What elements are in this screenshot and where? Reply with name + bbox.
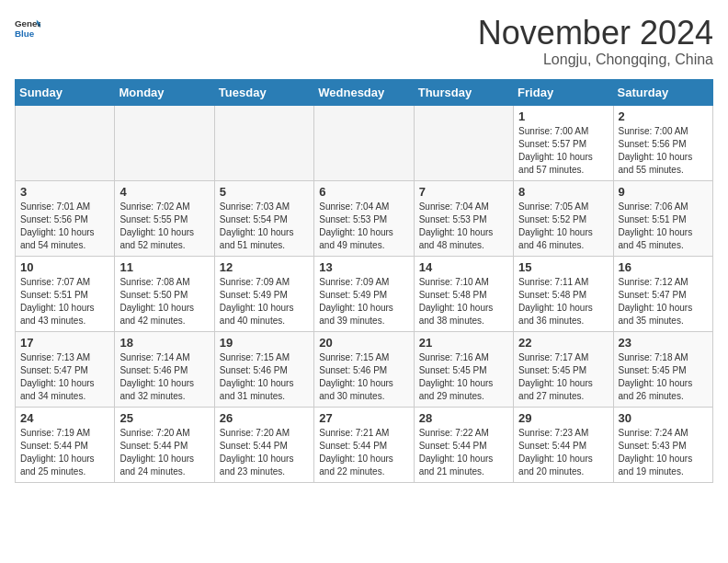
calendar-cell: 25Sunrise: 7:20 AM Sunset: 5:44 PM Dayli… bbox=[115, 407, 214, 482]
calendar-cell: 19Sunrise: 7:15 AM Sunset: 5:46 PM Dayli… bbox=[214, 331, 313, 407]
day-info: Sunrise: 7:09 AM Sunset: 5:49 PM Dayligh… bbox=[220, 276, 309, 327]
day-number: 13 bbox=[319, 260, 408, 274]
day-number: 24 bbox=[20, 411, 109, 425]
calendar-cell: 3Sunrise: 7:01 AM Sunset: 5:56 PM Daylig… bbox=[16, 180, 115, 256]
svg-text:Blue: Blue bbox=[15, 29, 35, 39]
day-info: Sunrise: 7:07 AM Sunset: 5:51 PM Dayligh… bbox=[20, 276, 109, 327]
day-info: Sunrise: 7:16 AM Sunset: 5:45 PM Dayligh… bbox=[419, 351, 508, 403]
calendar-cell bbox=[214, 105, 313, 180]
day-number: 3 bbox=[20, 185, 109, 199]
calendar-cell: 17Sunrise: 7:13 AM Sunset: 5:47 PM Dayli… bbox=[16, 331, 115, 407]
day-number: 23 bbox=[619, 336, 708, 350]
week-row-1: 1Sunrise: 7:00 AM Sunset: 5:57 PM Daylig… bbox=[16, 105, 713, 180]
week-row-2: 3Sunrise: 7:01 AM Sunset: 5:56 PM Daylig… bbox=[16, 180, 713, 256]
weekday-header-thursday: Thursday bbox=[414, 79, 513, 105]
calendar-cell: 9Sunrise: 7:06 AM Sunset: 5:51 PM Daylig… bbox=[613, 180, 712, 256]
calendar-cell: 1Sunrise: 7:00 AM Sunset: 5:57 PM Daylig… bbox=[514, 105, 613, 180]
calendar-cell: 20Sunrise: 7:15 AM Sunset: 5:46 PM Dayli… bbox=[314, 331, 414, 407]
day-number: 2 bbox=[619, 109, 708, 123]
calendar-cell: 30Sunrise: 7:24 AM Sunset: 5:43 PM Dayli… bbox=[613, 407, 712, 482]
day-info: Sunrise: 7:15 AM Sunset: 5:46 PM Dayligh… bbox=[220, 351, 309, 403]
weekday-header-tuesday: Tuesday bbox=[214, 79, 313, 105]
calendar-cell: 28Sunrise: 7:22 AM Sunset: 5:44 PM Dayli… bbox=[414, 407, 513, 482]
day-number: 17 bbox=[20, 336, 109, 350]
day-number: 4 bbox=[119, 185, 209, 199]
week-row-3: 10Sunrise: 7:07 AM Sunset: 5:51 PM Dayli… bbox=[16, 256, 713, 331]
calendar-cell: 13Sunrise: 7:09 AM Sunset: 5:49 PM Dayli… bbox=[314, 256, 414, 331]
calendar-cell: 8Sunrise: 7:05 AM Sunset: 5:52 PM Daylig… bbox=[514, 180, 613, 256]
day-info: Sunrise: 7:02 AM Sunset: 5:55 PM Dayligh… bbox=[119, 201, 209, 252]
day-info: Sunrise: 7:20 AM Sunset: 5:44 PM Dayligh… bbox=[119, 427, 209, 478]
day-number: 14 bbox=[419, 260, 508, 274]
day-info: Sunrise: 7:04 AM Sunset: 5:53 PM Dayligh… bbox=[419, 201, 508, 252]
weekday-header-row: SundayMondayTuesdayWednesdayThursdayFrid… bbox=[16, 79, 713, 105]
week-row-4: 17Sunrise: 7:13 AM Sunset: 5:47 PM Dayli… bbox=[16, 331, 713, 407]
calendar-cell: 12Sunrise: 7:09 AM Sunset: 5:49 PM Dayli… bbox=[214, 256, 313, 331]
day-info: Sunrise: 7:03 AM Sunset: 5:54 PM Dayligh… bbox=[220, 201, 309, 252]
day-number: 1 bbox=[518, 109, 608, 123]
day-number: 19 bbox=[220, 336, 309, 350]
day-number: 7 bbox=[419, 185, 508, 199]
weekday-header-friday: Friday bbox=[514, 79, 613, 105]
day-number: 15 bbox=[518, 260, 608, 274]
day-number: 22 bbox=[518, 336, 608, 350]
day-info: Sunrise: 7:00 AM Sunset: 5:56 PM Dayligh… bbox=[619, 125, 708, 177]
day-info: Sunrise: 7:09 AM Sunset: 5:49 PM Dayligh… bbox=[319, 276, 408, 327]
weekday-header-wednesday: Wednesday bbox=[314, 79, 414, 105]
calendar-cell bbox=[115, 105, 214, 180]
day-number: 18 bbox=[119, 336, 209, 350]
header: General Blue November 2024 Longju, Chong… bbox=[15, 15, 713, 68]
day-info: Sunrise: 7:24 AM Sunset: 5:43 PM Dayligh… bbox=[619, 427, 708, 478]
calendar-cell: 4Sunrise: 7:02 AM Sunset: 5:55 PM Daylig… bbox=[115, 180, 214, 256]
day-info: Sunrise: 7:08 AM Sunset: 5:50 PM Dayligh… bbox=[119, 276, 209, 327]
week-row-5: 24Sunrise: 7:19 AM Sunset: 5:44 PM Dayli… bbox=[16, 407, 713, 482]
day-info: Sunrise: 7:13 AM Sunset: 5:47 PM Dayligh… bbox=[20, 351, 109, 403]
calendar-cell bbox=[16, 105, 115, 180]
day-info: Sunrise: 7:23 AM Sunset: 5:44 PM Dayligh… bbox=[518, 427, 608, 478]
calendar-cell: 15Sunrise: 7:11 AM Sunset: 5:48 PM Dayli… bbox=[514, 256, 613, 331]
logo-icon: General Blue bbox=[15, 15, 40, 40]
day-number: 27 bbox=[319, 411, 408, 425]
weekday-header-sunday: Sunday bbox=[16, 79, 115, 105]
calendar-cell: 26Sunrise: 7:20 AM Sunset: 5:44 PM Dayli… bbox=[214, 407, 313, 482]
day-info: Sunrise: 7:01 AM Sunset: 5:56 PM Dayligh… bbox=[20, 201, 109, 252]
title-area: November 2024 Longju, Chongqing, China bbox=[478, 15, 713, 68]
calendar-table: SundayMondayTuesdayWednesdayThursdayFrid… bbox=[15, 79, 713, 483]
day-number: 9 bbox=[619, 185, 708, 199]
day-number: 12 bbox=[220, 260, 309, 274]
day-info: Sunrise: 7:20 AM Sunset: 5:44 PM Dayligh… bbox=[220, 427, 309, 478]
day-info: Sunrise: 7:22 AM Sunset: 5:44 PM Dayligh… bbox=[419, 427, 508, 478]
day-number: 10 bbox=[20, 260, 109, 274]
day-number: 30 bbox=[619, 411, 708, 425]
day-number: 25 bbox=[119, 411, 209, 425]
calendar-cell bbox=[414, 105, 513, 180]
calendar-cell: 23Sunrise: 7:18 AM Sunset: 5:45 PM Dayli… bbox=[613, 331, 712, 407]
calendar-cell: 14Sunrise: 7:10 AM Sunset: 5:48 PM Dayli… bbox=[414, 256, 513, 331]
calendar-cell: 18Sunrise: 7:14 AM Sunset: 5:46 PM Dayli… bbox=[115, 331, 214, 407]
calendar-cell: 11Sunrise: 7:08 AM Sunset: 5:50 PM Dayli… bbox=[115, 256, 214, 331]
day-info: Sunrise: 7:06 AM Sunset: 5:51 PM Dayligh… bbox=[619, 201, 708, 252]
day-info: Sunrise: 7:19 AM Sunset: 5:44 PM Dayligh… bbox=[20, 427, 109, 478]
day-number: 16 bbox=[619, 260, 708, 274]
day-info: Sunrise: 7:11 AM Sunset: 5:48 PM Dayligh… bbox=[518, 276, 608, 327]
day-info: Sunrise: 7:17 AM Sunset: 5:45 PM Dayligh… bbox=[518, 351, 608, 403]
calendar-cell: 7Sunrise: 7:04 AM Sunset: 5:53 PM Daylig… bbox=[414, 180, 513, 256]
day-number: 11 bbox=[119, 260, 209, 274]
day-number: 5 bbox=[220, 185, 309, 199]
day-info: Sunrise: 7:21 AM Sunset: 5:44 PM Dayligh… bbox=[319, 427, 408, 478]
calendar-cell: 5Sunrise: 7:03 AM Sunset: 5:54 PM Daylig… bbox=[214, 180, 313, 256]
day-info: Sunrise: 7:12 AM Sunset: 5:47 PM Dayligh… bbox=[619, 276, 708, 327]
calendar-cell: 6Sunrise: 7:04 AM Sunset: 5:53 PM Daylig… bbox=[314, 180, 414, 256]
calendar-cell: 27Sunrise: 7:21 AM Sunset: 5:44 PM Dayli… bbox=[314, 407, 414, 482]
day-info: Sunrise: 7:18 AM Sunset: 5:45 PM Dayligh… bbox=[619, 351, 708, 403]
day-number: 21 bbox=[419, 336, 508, 350]
day-info: Sunrise: 7:05 AM Sunset: 5:52 PM Dayligh… bbox=[518, 201, 608, 252]
day-number: 6 bbox=[319, 185, 408, 199]
weekday-header-saturday: Saturday bbox=[613, 79, 712, 105]
day-number: 20 bbox=[319, 336, 408, 350]
day-info: Sunrise: 7:04 AM Sunset: 5:53 PM Dayligh… bbox=[319, 201, 408, 252]
calendar-cell bbox=[314, 105, 414, 180]
calendar-cell: 16Sunrise: 7:12 AM Sunset: 5:47 PM Dayli… bbox=[613, 256, 712, 331]
calendar-cell: 22Sunrise: 7:17 AM Sunset: 5:45 PM Dayli… bbox=[514, 331, 613, 407]
day-number: 8 bbox=[518, 185, 608, 199]
